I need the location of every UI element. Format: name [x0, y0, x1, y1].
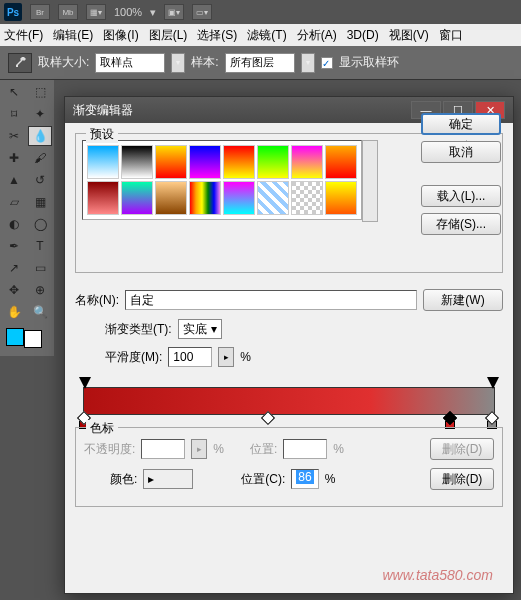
ok-button[interactable]: 确定 [421, 113, 501, 135]
preset-swatch[interactable] [87, 145, 119, 179]
pos2-label: 位置(C): [241, 471, 285, 488]
preset-swatch[interactable] [223, 181, 255, 215]
color-stop-sel[interactable] [445, 413, 457, 425]
3d-cam-icon[interactable]: ⊕ [28, 280, 52, 300]
sample-label: 样本: [191, 54, 218, 71]
preset-swatch[interactable] [121, 145, 153, 179]
menu-image[interactable]: 图像(I) [103, 27, 138, 44]
menu-window[interactable]: 窗口 [439, 27, 463, 44]
menu-file[interactable]: 文件(F) [4, 27, 43, 44]
eyedropper-tool-icon[interactable]: 💧 [28, 126, 52, 146]
chevron-down-icon: ▾ [211, 322, 217, 336]
screen-mode-icon[interactable]: ▭▾ [192, 4, 212, 20]
preset-grid[interactable] [82, 140, 362, 220]
gradient-bar-wrap [75, 387, 503, 415]
eraser-tool-icon[interactable]: ▱ [2, 192, 26, 212]
eyedropper-tool-icon[interactable] [8, 53, 32, 73]
preset-swatch[interactable] [87, 181, 119, 215]
name-input[interactable] [125, 290, 417, 310]
color-midpoint[interactable] [263, 413, 275, 425]
preset-swatch[interactable] [257, 145, 289, 179]
preset-swatch[interactable] [121, 181, 153, 215]
smooth-flyout-icon[interactable]: ▸ [218, 347, 234, 367]
watermark: www.tata580.com [383, 567, 494, 583]
marquee-tool-icon[interactable]: ⬚ [28, 82, 52, 102]
save-button[interactable]: 存储(S)... [421, 213, 501, 235]
tool-palette: ↖⬚ ⌑✦ ✂💧 ✚🖌 ▲↺ ▱▦ ◐◯ ✒T ↗▭ ✥⊕ ✋🔍 [0, 80, 54, 356]
menu-view[interactable]: 视图(V) [389, 27, 429, 44]
presets-legend: 预设 [86, 126, 118, 143]
background-color[interactable] [24, 330, 42, 348]
new-button[interactable]: 新建(W) [423, 289, 503, 311]
hand-tool-icon[interactable]: ✋ [2, 302, 26, 322]
history-brush-icon[interactable]: ↺ [28, 170, 52, 190]
blur-tool-icon[interactable]: ◐ [2, 214, 26, 234]
menu-filter[interactable]: 滤镜(T) [247, 27, 286, 44]
preset-swatch[interactable] [291, 145, 323, 179]
menu-layer[interactable]: 图层(L) [149, 27, 188, 44]
3d-tool-icon[interactable]: ✥ [2, 280, 26, 300]
gradient-bar[interactable] [83, 387, 495, 415]
preset-swatch[interactable] [223, 145, 255, 179]
lasso-tool-icon[interactable]: ⌑ [2, 104, 26, 124]
menu-3d[interactable]: 3D(D) [347, 28, 379, 42]
menu-select[interactable]: 选择(S) [197, 27, 237, 44]
show-ring-checkbox[interactable] [321, 57, 333, 69]
dodge-tool-icon[interactable]: ◯ [28, 214, 52, 234]
preset-swatch[interactable] [257, 181, 289, 215]
mb-icon[interactable]: Mb [58, 4, 78, 20]
bridge-icon[interactable]: Br [30, 4, 50, 20]
move-tool-icon[interactable]: ↖ [2, 82, 26, 102]
zoom-dropdown-icon[interactable]: ▾ [150, 6, 156, 19]
cancel-button[interactable]: 取消 [421, 141, 501, 163]
docs-icon[interactable]: ▦▾ [86, 4, 106, 20]
sample-size-select[interactable]: 取样点 [95, 53, 165, 73]
pen-tool-icon[interactable]: ✒ [2, 236, 26, 256]
smooth-label: 平滑度(M): [105, 349, 162, 366]
preset-scrollbar[interactable] [362, 140, 378, 222]
color-swatches[interactable] [2, 324, 52, 354]
heal-tool-icon[interactable]: ✚ [2, 148, 26, 168]
preset-swatch[interactable] [325, 181, 357, 215]
crop-tool-icon[interactable]: ✂ [2, 126, 26, 146]
arrange-icon[interactable]: ▣▾ [164, 4, 184, 20]
menu-analyze[interactable]: 分析(A) [297, 27, 337, 44]
wand-tool-icon[interactable]: ✦ [28, 104, 52, 124]
type-tool-icon[interactable]: T [28, 236, 52, 256]
type-select[interactable]: 实底 ▾ [178, 319, 222, 339]
smooth-input[interactable] [168, 347, 212, 367]
gradient-tool-icon[interactable]: ▦ [28, 192, 52, 212]
preset-swatch[interactable] [189, 181, 221, 215]
path-tool-icon[interactable]: ↗ [2, 258, 26, 278]
color-stop-right[interactable] [487, 413, 499, 425]
foreground-color[interactable] [6, 328, 24, 346]
preset-swatch[interactable] [291, 181, 323, 215]
app-header: Ps Br Mb ▦▾ 100% ▾ ▣▾ ▭▾ [0, 0, 521, 24]
opacity-input [141, 439, 185, 459]
load-button[interactable]: 载入(L)... [421, 185, 501, 207]
pos2-input[interactable]: 86 [291, 469, 318, 489]
preset-swatch[interactable] [155, 181, 187, 215]
delete-color-button[interactable]: 删除(D) [430, 468, 494, 490]
sample-size-label: 取样大小: [38, 54, 89, 71]
show-ring-label: 显示取样环 [339, 54, 399, 71]
preset-swatch[interactable] [189, 145, 221, 179]
sample-size-arrow-icon[interactable]: ▾ [171, 53, 185, 73]
stamp-tool-icon[interactable]: ▲ [2, 170, 26, 190]
delete-opacity-button: 删除(D) [430, 438, 494, 460]
zoom-tool-icon[interactable]: 🔍 [28, 302, 52, 322]
brush-tool-icon[interactable]: 🖌 [28, 148, 52, 168]
stops-group: 色标 不透明度: ▸ % 位置: % 删除(D) 颜色: ▸ 位置(C): 86… [75, 427, 503, 507]
smooth-percent: % [240, 350, 251, 364]
menu-edit[interactable]: 编辑(E) [53, 27, 93, 44]
stops-legend: 色标 [86, 420, 118, 437]
shape-tool-icon[interactable]: ▭ [28, 258, 52, 278]
chevron-down-icon: ▸ [148, 472, 154, 486]
sample-select[interactable]: 所有图层 [225, 53, 295, 73]
preset-swatch[interactable] [155, 145, 187, 179]
sample-arrow-icon[interactable]: ▾ [301, 53, 315, 73]
color-select[interactable]: ▸ [143, 469, 193, 489]
preset-swatch[interactable] [325, 145, 357, 179]
menu-bar: 文件(F) 编辑(E) 图像(I) 图层(L) 选择(S) 滤镜(T) 分析(A… [0, 24, 521, 46]
zoom-level[interactable]: 100% [114, 6, 142, 18]
